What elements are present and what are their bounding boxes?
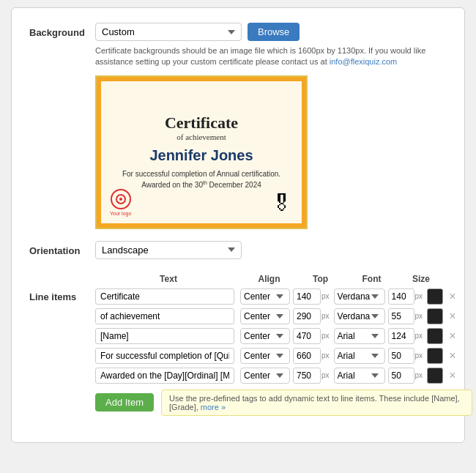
li-font-4[interactable]: ArialVerdanaGeorgia [334,368,385,384]
li-align-3[interactable]: CenterLeftRight [240,348,290,364]
li-text-2[interactable] [95,328,234,344]
col-header-font: Font [344,274,399,284]
bg-select-row: Custom Default None Browse [95,23,447,41]
add-item-row: Add Item Use the pre-defined tags to add… [95,390,472,416]
li-color-1[interactable] [427,308,443,324]
line-item-row: CenterLeftRight px ArialVerdanaGeorgia p… [95,348,472,364]
li-unit-2: px [321,332,330,340]
li-size-1[interactable] [388,308,414,324]
orientation-select[interactable]: Landscape Portrait [95,241,242,259]
li-text-0[interactable] [95,288,234,305]
li-color-0[interactable] [427,288,443,305]
background-label: Background [29,23,95,38]
li-color-2[interactable] [427,328,443,344]
li-text-1[interactable] [95,308,234,324]
li-top-0[interactable] [293,288,321,305]
li-font-1[interactable]: VerdanaArialGeorgia [334,308,385,324]
add-item-button[interactable]: Add Item [95,393,154,411]
line-item-row: CenterLeftRight px VerdanaArialGeorgia p… [95,308,472,324]
li-size-unit-0: px [415,292,423,300]
line-items-header: Text Align Top Font Size [95,274,472,284]
background-row: Background Custom Default None Browse Ce… [29,23,447,229]
li-color-3[interactable] [427,348,443,364]
cert-logo-icon [111,189,131,209]
li-size-0[interactable] [388,288,414,305]
col-header-size: Size [399,274,443,284]
line-items-row: Line items Text Align Top Font Size Cent… [29,271,447,416]
li-unit-0: px [321,292,330,300]
li-unit-3: px [321,351,330,360]
li-top-3[interactable] [293,348,321,364]
line-items-section: Text Align Top Font Size CenterLeftRight… [95,274,472,416]
li-unit-4: px [321,371,330,379]
orientation-content: Landscape Portrait [95,241,447,259]
cert-logo-text: Your logo [110,211,131,216]
li-align-1[interactable]: CenterLeftRight [240,308,290,324]
li-remove-3[interactable]: × [446,350,458,362]
li-color-4[interactable] [427,368,443,384]
browse-button[interactable]: Browse [248,23,300,41]
cert-subtitle: of achievement [176,133,226,141]
li-remove-2[interactable]: × [446,330,458,342]
li-font-2[interactable]: ArialVerdanaGeorgia [334,328,385,344]
cert-title: Certificate [165,113,238,133]
li-size-unit-1: px [415,312,423,320]
svg-point-1 [119,198,122,201]
help-email-link[interactable]: info@flexiquiz.com [330,57,397,66]
li-remove-4[interactable]: × [446,370,458,381]
li-top-1[interactable] [293,308,321,324]
li-align-0[interactable]: CenterLeftRight [240,288,290,305]
line-items-label: Line items [29,271,95,302]
col-header-top: Top [297,274,344,284]
tag-more-link[interactable]: more » [201,403,226,411]
li-size-4[interactable] [388,368,414,384]
li-size-3[interactable] [388,348,414,364]
certificate-preview: Certificate of achievement Jennifer Jone… [95,75,308,229]
line-item-row: CenterLeftRight px ArialVerdanaGeorgia p… [95,368,472,384]
background-content: Custom Default None Browse Certificate b… [95,23,447,229]
li-top-2[interactable] [293,328,321,344]
line-item-row: CenterLeftRight px ArialVerdanaGeorgia p… [95,328,472,344]
cert-inner: Certificate of achievement Jennifer Jone… [97,77,306,228]
li-size-unit-4: px [415,371,423,379]
cert-footer: Your logo 🎖 [110,189,293,216]
orientation-label: Orientation [29,241,95,256]
li-font-3[interactable]: ArialVerdanaGeorgia [334,348,385,364]
background-help-text: Certificate backgrounds should be an ima… [95,45,447,68]
logo-svg [115,193,127,205]
li-unit-1: px [321,312,330,320]
cert-body1: For successful completion of Annual cert… [122,168,280,190]
li-size-unit-3: px [415,351,423,360]
cert-name: Jennifer Jones [149,147,253,164]
li-size-unit-2: px [415,332,423,340]
li-remove-0[interactable]: × [446,291,458,302]
background-select[interactable]: Custom Default None [95,23,242,41]
main-container: Background Custom Default None Browse Ce… [11,7,465,443]
li-remove-1[interactable]: × [446,310,458,322]
cert-logo: Your logo [110,189,131,216]
col-header-align: Align [242,274,297,284]
orientation-row: Orientation Landscape Portrait [29,241,447,259]
line-item-row: CenterLeftRight px VerdanaArialGeorgia p… [95,288,472,305]
li-top-4[interactable] [293,368,321,384]
li-align-4[interactable]: CenterLeftRight [240,368,290,384]
cert-ribbon: 🎖 [271,191,293,216]
li-text-3[interactable] [95,348,234,364]
li-text-4[interactable] [95,368,234,384]
li-align-2[interactable]: CenterLeftRight [240,328,290,344]
tag-info: Use the pre-defined tags to add dynamic … [161,390,472,416]
li-font-0[interactable]: VerdanaArialGeorgia [334,288,385,305]
li-size-2[interactable] [388,328,414,344]
col-header-text: Text [95,274,242,284]
